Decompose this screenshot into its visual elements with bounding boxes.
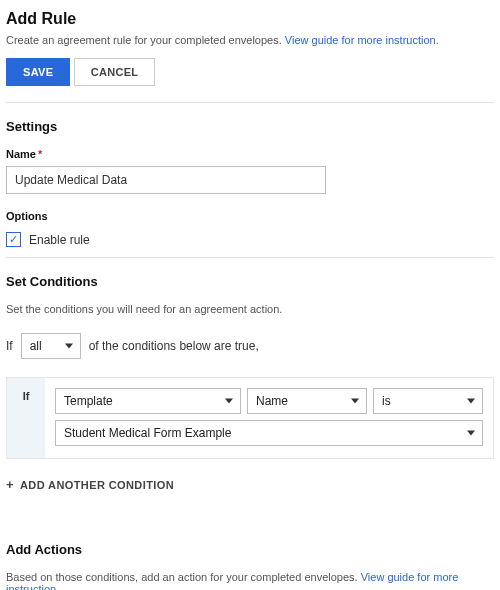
rule-name-input[interactable]: [6, 166, 326, 194]
actions-intro: Based on those conditions, add an action…: [6, 571, 494, 590]
button-row: SAVE CANCEL: [6, 58, 494, 86]
page-title: Add Rule: [6, 10, 494, 28]
conditions-intro: Set the conditions you will need for an …: [6, 303, 494, 315]
actions-heading: Add Actions: [6, 542, 494, 557]
page-subtitle-text: Create an agreement rule for your comple…: [6, 34, 285, 46]
if-label: If: [6, 339, 13, 353]
enable-rule-checkbox[interactable]: ✓: [6, 232, 21, 247]
required-asterisk: *: [38, 148, 42, 160]
divider: [6, 102, 494, 103]
options-label: Options: [6, 210, 494, 222]
divider: [6, 257, 494, 258]
plus-icon: +: [6, 477, 14, 492]
actions-intro-text: Based on those conditions, add an action…: [6, 571, 361, 583]
condition-operator-select[interactable]: is: [373, 388, 483, 414]
save-button[interactable]: SAVE: [6, 58, 70, 86]
condition-gutter-label: If: [7, 378, 45, 458]
condition-box: If Template Name is Student Medical Form…: [6, 377, 494, 459]
conditions-heading: Set Conditions: [6, 274, 494, 289]
settings-heading: Settings: [6, 119, 494, 134]
match-mode-select[interactable]: all: [21, 333, 81, 359]
enable-rule-label: Enable rule: [29, 233, 90, 247]
view-guide-link[interactable]: View guide for more instruction.: [285, 34, 439, 46]
page-subtitle: Create an agreement rule for your comple…: [6, 34, 494, 46]
condition-property-select[interactable]: Name: [247, 388, 367, 414]
add-another-condition-button[interactable]: + ADD ANOTHER CONDITION: [6, 477, 494, 492]
condition-field-select[interactable]: Template: [55, 388, 241, 414]
name-field-label: Name*: [6, 148, 494, 160]
match-tail-text: of the conditions below are true,: [89, 339, 259, 353]
match-row: If all of the conditions below are true,: [6, 333, 494, 359]
add-another-label: ADD ANOTHER CONDITION: [20, 479, 174, 491]
condition-value-select[interactable]: Student Medical Form Example: [55, 420, 483, 446]
name-label-text: Name: [6, 148, 36, 160]
cancel-button[interactable]: CANCEL: [74, 58, 156, 86]
